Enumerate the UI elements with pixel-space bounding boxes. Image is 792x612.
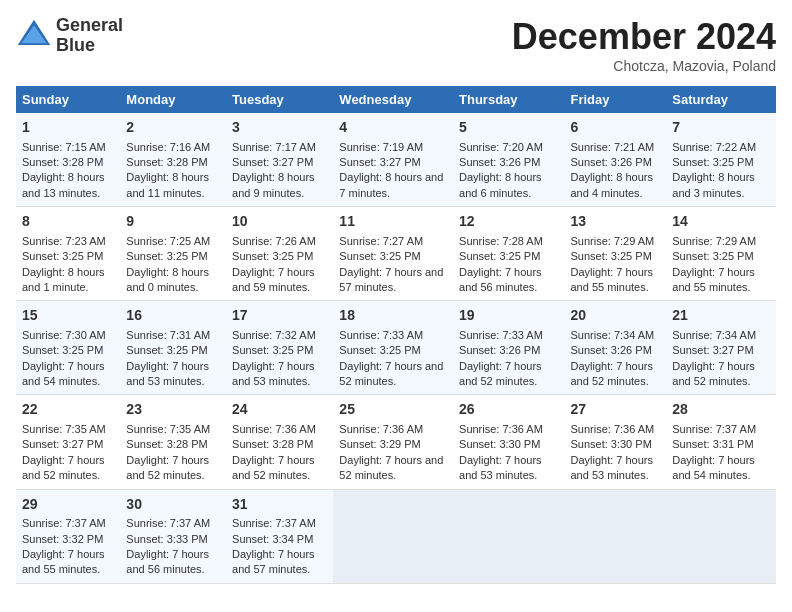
sunset: Sunset: 3:28 PM — [126, 438, 207, 450]
sunrise: Sunrise: 7:36 AM — [232, 423, 316, 435]
header-friday: Friday — [564, 86, 666, 113]
day-number: 5 — [459, 118, 558, 138]
daylight: Daylight: 7 hours and 59 minutes. — [232, 266, 315, 293]
sunrise: Sunrise: 7:17 AM — [232, 141, 316, 153]
calendar-cell: 15 Sunrise: 7:30 AM Sunset: 3:25 PM Dayl… — [16, 301, 120, 395]
calendar-cell: 6 Sunrise: 7:21 AM Sunset: 3:26 PM Dayli… — [564, 113, 666, 207]
daylight: Daylight: 7 hours and 57 minutes. — [232, 548, 315, 575]
sunrise: Sunrise: 7:32 AM — [232, 329, 316, 341]
calendar-cell — [453, 489, 564, 583]
sunrise: Sunrise: 7:29 AM — [672, 235, 756, 247]
day-number: 24 — [232, 400, 327, 420]
logo-line2: Blue — [56, 36, 123, 56]
sub-title: Chotcza, Mazovia, Poland — [512, 58, 776, 74]
daylight: Daylight: 8 hours and 7 minutes. — [339, 171, 443, 198]
calendar-cell: 12 Sunrise: 7:28 AM Sunset: 3:25 PM Dayl… — [453, 207, 564, 301]
sunset: Sunset: 3:25 PM — [232, 344, 313, 356]
day-number: 9 — [126, 212, 220, 232]
sunset: Sunset: 3:27 PM — [339, 156, 420, 168]
sunrise: Sunrise: 7:25 AM — [126, 235, 210, 247]
daylight: Daylight: 7 hours and 52 minutes. — [570, 360, 653, 387]
calendar-cell: 28 Sunrise: 7:37 AM Sunset: 3:31 PM Dayl… — [666, 395, 776, 489]
calendar-cell: 5 Sunrise: 7:20 AM Sunset: 3:26 PM Dayli… — [453, 113, 564, 207]
day-number: 3 — [232, 118, 327, 138]
sunrise: Sunrise: 7:34 AM — [570, 329, 654, 341]
sunset: Sunset: 3:25 PM — [339, 250, 420, 262]
sunrise: Sunrise: 7:36 AM — [459, 423, 543, 435]
day-number: 8 — [22, 212, 114, 232]
calendar-cell: 3 Sunrise: 7:17 AM Sunset: 3:27 PM Dayli… — [226, 113, 333, 207]
calendar-week-5: 29 Sunrise: 7:37 AM Sunset: 3:32 PM Dayl… — [16, 489, 776, 583]
daylight: Daylight: 7 hours and 55 minutes. — [672, 266, 755, 293]
calendar-cell: 1 Sunrise: 7:15 AM Sunset: 3:28 PM Dayli… — [16, 113, 120, 207]
daylight: Daylight: 7 hours and 53 minutes. — [459, 454, 542, 481]
daylight: Daylight: 8 hours and 13 minutes. — [22, 171, 105, 198]
sunrise: Sunrise: 7:15 AM — [22, 141, 106, 153]
day-number: 26 — [459, 400, 558, 420]
sunrise: Sunrise: 7:37 AM — [232, 517, 316, 529]
sunrise: Sunrise: 7:22 AM — [672, 141, 756, 153]
day-number: 31 — [232, 495, 327, 515]
daylight: Daylight: 7 hours and 57 minutes. — [339, 266, 443, 293]
calendar-cell: 18 Sunrise: 7:33 AM Sunset: 3:25 PM Dayl… — [333, 301, 453, 395]
calendar-cell: 11 Sunrise: 7:27 AM Sunset: 3:25 PM Dayl… — [333, 207, 453, 301]
logo-line1: General — [56, 16, 123, 36]
daylight: Daylight: 7 hours and 53 minutes. — [232, 360, 315, 387]
calendar-cell: 21 Sunrise: 7:34 AM Sunset: 3:27 PM Dayl… — [666, 301, 776, 395]
sunset: Sunset: 3:30 PM — [459, 438, 540, 450]
sunset: Sunset: 3:28 PM — [232, 438, 313, 450]
sunset: Sunset: 3:27 PM — [672, 344, 753, 356]
header-tuesday: Tuesday — [226, 86, 333, 113]
calendar-cell: 26 Sunrise: 7:36 AM Sunset: 3:30 PM Dayl… — [453, 395, 564, 489]
sunrise: Sunrise: 7:37 AM — [126, 517, 210, 529]
day-number: 17 — [232, 306, 327, 326]
daylight: Daylight: 8 hours and 9 minutes. — [232, 171, 315, 198]
sunrise: Sunrise: 7:20 AM — [459, 141, 543, 153]
calendar-cell: 14 Sunrise: 7:29 AM Sunset: 3:25 PM Dayl… — [666, 207, 776, 301]
day-number: 22 — [22, 400, 114, 420]
sunrise: Sunrise: 7:36 AM — [339, 423, 423, 435]
sunset: Sunset: 3:28 PM — [126, 156, 207, 168]
sunset: Sunset: 3:26 PM — [459, 156, 540, 168]
daylight: Daylight: 7 hours and 56 minutes. — [459, 266, 542, 293]
sunrise: Sunrise: 7:35 AM — [22, 423, 106, 435]
header-sunday: Sunday — [16, 86, 120, 113]
calendar-cell: 9 Sunrise: 7:25 AM Sunset: 3:25 PM Dayli… — [120, 207, 226, 301]
daylight: Daylight: 8 hours and 0 minutes. — [126, 266, 209, 293]
sunrise: Sunrise: 7:26 AM — [232, 235, 316, 247]
sunset: Sunset: 3:31 PM — [672, 438, 753, 450]
calendar-cell: 8 Sunrise: 7:23 AM Sunset: 3:25 PM Dayli… — [16, 207, 120, 301]
sunrise: Sunrise: 7:30 AM — [22, 329, 106, 341]
sunrise: Sunrise: 7:35 AM — [126, 423, 210, 435]
daylight: Daylight: 7 hours and 52 minutes. — [126, 454, 209, 481]
sunset: Sunset: 3:25 PM — [672, 156, 753, 168]
calendar-cell: 22 Sunrise: 7:35 AM Sunset: 3:27 PM Dayl… — [16, 395, 120, 489]
sunset: Sunset: 3:33 PM — [126, 533, 207, 545]
daylight: Daylight: 7 hours and 54 minutes. — [22, 360, 105, 387]
sunrise: Sunrise: 7:19 AM — [339, 141, 423, 153]
day-number: 23 — [126, 400, 220, 420]
day-number: 2 — [126, 118, 220, 138]
sunset: Sunset: 3:25 PM — [232, 250, 313, 262]
day-number: 6 — [570, 118, 660, 138]
header-monday: Monday — [120, 86, 226, 113]
sunset: Sunset: 3:34 PM — [232, 533, 313, 545]
sunset: Sunset: 3:26 PM — [570, 344, 651, 356]
calendar-cell: 31 Sunrise: 7:37 AM Sunset: 3:34 PM Dayl… — [226, 489, 333, 583]
daylight: Daylight: 7 hours and 56 minutes. — [126, 548, 209, 575]
calendar-cell: 27 Sunrise: 7:36 AM Sunset: 3:30 PM Dayl… — [564, 395, 666, 489]
day-number: 27 — [570, 400, 660, 420]
sunrise: Sunrise: 7:28 AM — [459, 235, 543, 247]
calendar-cell — [666, 489, 776, 583]
day-number: 30 — [126, 495, 220, 515]
calendar-cell: 7 Sunrise: 7:22 AM Sunset: 3:25 PM Dayli… — [666, 113, 776, 207]
day-number: 7 — [672, 118, 770, 138]
sunset: Sunset: 3:25 PM — [126, 344, 207, 356]
daylight: Daylight: 7 hours and 53 minutes. — [570, 454, 653, 481]
daylight: Daylight: 7 hours and 53 minutes. — [126, 360, 209, 387]
calendar-cell: 30 Sunrise: 7:37 AM Sunset: 3:33 PM Dayl… — [120, 489, 226, 583]
sunset: Sunset: 3:25 PM — [459, 250, 540, 262]
day-number: 25 — [339, 400, 447, 420]
day-number: 29 — [22, 495, 114, 515]
daylight: Daylight: 7 hours and 54 minutes. — [672, 454, 755, 481]
